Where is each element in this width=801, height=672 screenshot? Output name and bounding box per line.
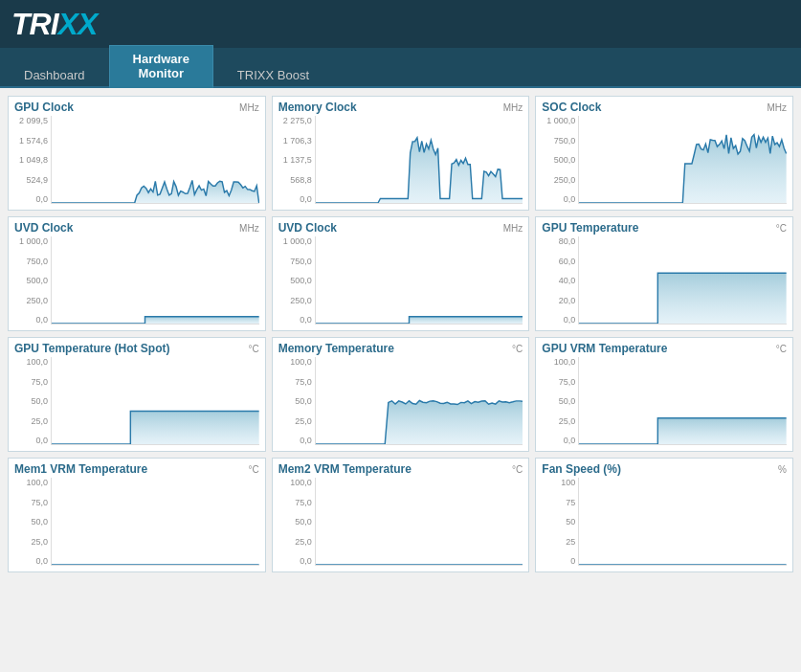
chart-area-memory-temperature xyxy=(315,357,523,445)
tab-trixx-boost[interactable]: TRIXX Boost xyxy=(213,61,333,88)
chart-card-uvd-clock-1: UVD Clock MHz 1 000,0750,0500,0250,00,0 xyxy=(8,216,266,331)
chart-area-gpu-temp-hotspot xyxy=(51,357,259,445)
y-label: 1 000,0 xyxy=(19,236,48,246)
chart-body-memory-clock: 2 275,01 706,31 137,5568,80,0 xyxy=(278,116,523,204)
chart-unit-uvd-clock-2: MHz xyxy=(503,223,523,234)
chart-title-gpu-vrm-temperature: GPU VRM Temperature xyxy=(542,342,667,355)
chart-header-mem2-vrm-temperature: Mem2 VRM Temperature °C xyxy=(278,462,523,476)
chart-title-memory-temperature: Memory Temperature xyxy=(278,342,394,355)
chart-title-uvd-clock-1: UVD Clock xyxy=(14,221,73,235)
y-label: 1 000,0 xyxy=(546,116,575,125)
chart-header-gpu-temperature: GPU Temperature °C xyxy=(542,221,787,235)
chart-area-gpu-clock xyxy=(51,116,259,204)
logo-area: TRIXX xyxy=(11,7,102,42)
chart-card-gpu-temperature: GPU Temperature °C 80,060,040,020,00,0 xyxy=(535,216,793,331)
chart-card-gpu-clock: GPU Clock MHz 2 099,51 574,61 049,8524,9… xyxy=(8,96,266,211)
chart-area-gpu-vrm-temperature xyxy=(578,357,787,445)
chart-card-mem1-vrm-temperature: Mem1 VRM Temperature °C 100,075,050,025,… xyxy=(8,458,266,572)
logo-text: TRIXX xyxy=(11,7,97,42)
chart-body-soc-clock: 1 000,0750,0500,0250,00,0 xyxy=(542,116,787,204)
y-label: 50,0 xyxy=(31,517,48,526)
y-label: 2 099,5 xyxy=(19,116,48,125)
y-axis-gpu-temp-hotspot: 100,075,050,025,00,0 xyxy=(14,357,51,445)
minimize-button[interactable] xyxy=(749,22,761,26)
tab-hardware-monitor[interactable]: HardwareMonitor xyxy=(109,45,213,88)
chart-card-gpu-temp-hotspot: GPU Temperature (Hot Spot) °C 100,075,05… xyxy=(8,337,266,452)
tab-dashboard[interactable]: Dashboard xyxy=(0,61,109,88)
close-button[interactable] xyxy=(778,22,790,26)
y-label: 0,0 xyxy=(300,315,312,325)
y-label: 50,0 xyxy=(31,396,48,406)
chart-header-uvd-clock-2: UVD Clock MHz xyxy=(278,221,523,235)
y-label: 100 xyxy=(561,478,575,487)
chart-header-mem1-vrm-temperature: Mem1 VRM Temperature °C xyxy=(14,462,259,476)
y-label: 100,0 xyxy=(290,478,312,487)
chart-title-soc-clock: SOC Clock xyxy=(542,101,601,114)
chart-title-gpu-temperature: GPU Temperature xyxy=(542,221,638,235)
chart-area-uvd-clock-1 xyxy=(51,236,259,325)
y-label: 25 xyxy=(566,537,575,547)
y-label: 0,0 xyxy=(300,436,312,445)
chart-unit-gpu-temperature: °C xyxy=(776,223,787,234)
y-label: 0,0 xyxy=(35,436,48,445)
chart-header-memory-clock: Memory Clock MHz xyxy=(278,101,523,114)
y-label: 0,0 xyxy=(564,315,576,325)
chart-body-memory-temperature: 100,075,050,025,00,0 xyxy=(278,357,523,445)
y-axis-uvd-clock-1: 1 000,0750,0500,0250,00,0 xyxy=(14,236,51,325)
chart-unit-mem1-vrm-temperature: °C xyxy=(248,464,258,475)
y-label: 100,0 xyxy=(290,357,312,367)
y-axis-gpu-vrm-temperature: 100,075,050,025,00,0 xyxy=(542,357,578,445)
y-label: 0,0 xyxy=(564,436,576,445)
chart-unit-uvd-clock-1: MHz xyxy=(239,223,259,234)
chart-card-mem2-vrm-temperature: Mem2 VRM Temperature °C 100,075,050,025,… xyxy=(272,458,530,572)
y-label: 25,0 xyxy=(559,416,576,426)
chart-unit-memory-clock: MHz xyxy=(503,102,523,113)
charts-grid: GPU Clock MHz 2 099,51 574,61 049,8524,9… xyxy=(8,96,793,572)
y-label: 750,0 xyxy=(26,257,48,266)
y-label: 250,0 xyxy=(290,296,312,305)
chart-card-gpu-vrm-temperature: GPU VRM Temperature °C 100,075,050,025,0… xyxy=(535,337,793,452)
y-label: 50 xyxy=(566,517,575,526)
chart-header-gpu-temp-hotspot: GPU Temperature (Hot Spot) °C xyxy=(14,342,259,355)
y-label: 75,0 xyxy=(295,498,312,507)
y-axis-memory-clock: 2 275,01 706,31 137,5568,80,0 xyxy=(278,116,315,204)
chart-body-gpu-vrm-temperature: 100,075,050,025,00,0 xyxy=(542,357,787,445)
y-label: 1 574,6 xyxy=(19,136,48,146)
chart-body-mem2-vrm-temperature: 100,075,050,025,00,0 xyxy=(278,478,523,566)
y-label: 50,0 xyxy=(295,396,312,406)
y-axis-mem1-vrm-temperature: 100,075,050,025,00,0 xyxy=(14,478,51,566)
chart-area-mem1-vrm-temperature xyxy=(51,478,259,566)
y-axis-gpu-temperature: 80,060,040,020,00,0 xyxy=(542,236,578,325)
y-label: 524,9 xyxy=(26,175,48,185)
y-label: 568,8 xyxy=(290,175,312,185)
chart-header-uvd-clock-1: UVD Clock MHz xyxy=(14,221,259,235)
y-axis-gpu-clock: 2 099,51 574,61 049,8524,90,0 xyxy=(14,116,51,204)
chart-card-fan-speed: Fan Speed (%) % 1007550250 xyxy=(535,458,793,572)
y-label: 75,0 xyxy=(559,377,576,387)
chart-card-memory-temperature: Memory Temperature °C 100,075,050,025,00… xyxy=(272,337,530,452)
y-label: 500,0 xyxy=(26,276,48,285)
logo-x: XX xyxy=(58,7,98,41)
chart-area-uvd-clock-2 xyxy=(315,236,523,325)
chart-body-fan-speed: 1007550250 xyxy=(542,478,787,566)
y-axis-uvd-clock-2: 1 000,0750,0500,0250,00,0 xyxy=(278,236,315,325)
chart-unit-gpu-vrm-temperature: °C xyxy=(776,344,787,354)
y-label: 1 000,0 xyxy=(283,236,312,246)
chart-header-gpu-clock: GPU Clock MHz xyxy=(14,101,259,114)
y-label: 25,0 xyxy=(31,537,48,547)
chart-unit-memory-temperature: °C xyxy=(512,344,523,354)
chart-area-gpu-temperature xyxy=(578,236,787,325)
y-label: 75,0 xyxy=(295,377,312,387)
y-label: 25,0 xyxy=(31,416,48,426)
y-label: 2 275,0 xyxy=(283,116,312,125)
y-label: 250,0 xyxy=(26,296,48,305)
chart-body-uvd-clock-2: 1 000,0750,0500,0250,00,0 xyxy=(278,236,523,325)
y-label: 100,0 xyxy=(26,478,48,487)
y-label: 750,0 xyxy=(290,257,312,266)
chart-card-soc-clock: SOC Clock MHz 1 000,0750,0500,0250,00,0 xyxy=(535,96,793,211)
chart-unit-gpu-clock: MHz xyxy=(239,102,259,113)
y-label: 0,0 xyxy=(564,194,576,204)
chart-title-memory-clock: Memory Clock xyxy=(278,101,357,114)
chart-header-gpu-vrm-temperature: GPU VRM Temperature °C xyxy=(542,342,787,355)
window-controls xyxy=(749,22,790,26)
